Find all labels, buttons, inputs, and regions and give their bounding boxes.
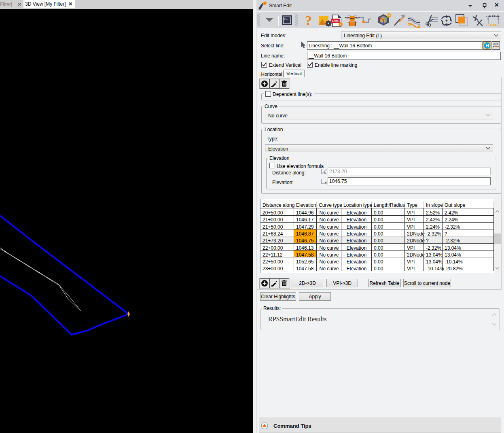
svg-text:PDF: PDF — [332, 19, 340, 23]
svg-text:?: ? — [305, 13, 312, 28]
